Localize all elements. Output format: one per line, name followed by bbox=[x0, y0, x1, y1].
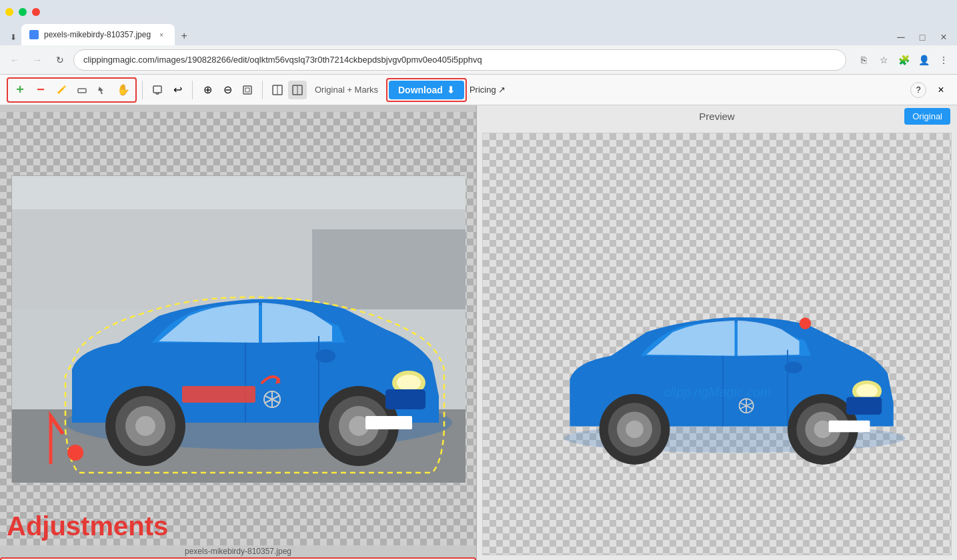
back-button[interactable]: ← bbox=[5, 51, 24, 69]
svg-point-64 bbox=[800, 317, 812, 329]
preview-canvas: clipp ngMagic.com bbox=[482, 133, 952, 555]
svg-rect-32 bbox=[365, 416, 412, 429]
download-button[interactable]: Download ⬇ bbox=[389, 81, 464, 99]
pricing-icon: ↗ bbox=[498, 85, 506, 95]
history-group: ↩ bbox=[148, 81, 187, 99]
dropdown-button[interactable] bbox=[148, 81, 167, 99]
main-area: Tools Download bbox=[0, 105, 957, 560]
arrow-tool-button[interactable] bbox=[93, 81, 112, 99]
active-tab[interactable]: pexels-mikebirdy-810357.jpeg × bbox=[21, 24, 175, 45]
svg-point-17 bbox=[135, 416, 155, 436]
menu-icon[interactable]: ⋮ bbox=[936, 52, 952, 68]
svg-text:clipp ngMagic.com: clipp ngMagic.com bbox=[664, 385, 772, 399]
bottom-bar: ⚙ Brush: 20px | Background | Colors | Cr… bbox=[0, 557, 476, 560]
zoom-in-button[interactable]: ⊕ bbox=[198, 81, 217, 99]
svg-rect-31 bbox=[385, 389, 425, 409]
toolbar: + − ✋ ↩ ⊕ ⊖ bbox=[0, 75, 957, 105]
tab-title: pexels-mikebirdy-810357.jpeg bbox=[44, 30, 151, 39]
eraser-tool-button[interactable] bbox=[73, 81, 91, 99]
undo-button[interactable]: ↩ bbox=[168, 81, 187, 99]
browser-chrome: ⬇ pexels-mikebirdy-810357.jpeg × + ─ □ ×… bbox=[0, 0, 957, 75]
view-toggle-1-button[interactable] bbox=[268, 81, 287, 99]
marker-tool-button[interactable] bbox=[52, 81, 71, 99]
extensions-icon[interactable]: 🧩 bbox=[896, 52, 912, 68]
download-icon: ⬇ bbox=[447, 85, 455, 95]
toolbar-sep-1 bbox=[142, 81, 143, 99]
screen-cast-icon[interactable]: ⎘ bbox=[856, 52, 872, 68]
close-panel-button[interactable]: × bbox=[932, 81, 950, 99]
svg-point-30 bbox=[315, 349, 335, 363]
tab-favicon bbox=[29, 30, 39, 39]
close-window-button[interactable]: × bbox=[936, 29, 952, 45]
pan-tool-button[interactable]: ✋ bbox=[114, 81, 133, 99]
remove-tool-button[interactable]: − bbox=[31, 81, 50, 99]
svg-rect-11 bbox=[312, 229, 465, 309]
minimize-window-button[interactable]: ─ bbox=[893, 29, 909, 45]
toolbar-sep-2 bbox=[192, 81, 193, 99]
view-toggle-2-button[interactable] bbox=[288, 81, 307, 99]
svg-rect-1 bbox=[153, 86, 161, 93]
app-container: + − ✋ ↩ ⊕ ⊖ bbox=[0, 75, 957, 560]
svg-point-27 bbox=[397, 375, 421, 391]
preview-car-svg: clipp ngMagic.com bbox=[517, 204, 917, 484]
profile-icon[interactable]: 👤 bbox=[916, 52, 932, 68]
fit-button[interactable] bbox=[238, 81, 257, 99]
download-button-group: Download ⬇ bbox=[386, 78, 467, 102]
address-bar[interactable]: clippingmagic.com/images/190828266/edit/… bbox=[73, 49, 846, 71]
svg-point-33 bbox=[67, 445, 83, 461]
add-tool-button[interactable]: + bbox=[11, 81, 29, 99]
bookmark-icon[interactable]: ☆ bbox=[876, 52, 892, 68]
maximize-button[interactable] bbox=[19, 8, 27, 16]
tab-close-button[interactable]: × bbox=[156, 29, 167, 40]
svg-rect-61 bbox=[846, 397, 882, 414]
toolbar-right: ? × bbox=[910, 81, 950, 99]
title-bar bbox=[0, 0, 957, 24]
reload-button[interactable]: ↻ bbox=[51, 51, 69, 69]
restore-window-button[interactable]: □ bbox=[914, 29, 930, 45]
image-canvas bbox=[11, 175, 465, 482]
preview-label: Preview bbox=[699, 111, 734, 122]
file-name-label: pexels-mikebirdy-810357.jpeg bbox=[0, 545, 476, 557]
zoom-group: ⊕ ⊖ bbox=[198, 81, 257, 99]
tab-list-button[interactable]: ⬇ bbox=[5, 29, 21, 45]
original-button[interactable]: Original bbox=[904, 108, 950, 125]
canvas-area[interactable] bbox=[0, 112, 476, 545]
close-button[interactable] bbox=[32, 8, 40, 16]
nav-actions: ⎘ ☆ 🧩 👤 ⋮ bbox=[856, 52, 952, 68]
svg-rect-34 bbox=[182, 386, 255, 403]
pricing-link[interactable]: Pricing ↗ bbox=[469, 85, 506, 95]
svg-rect-62 bbox=[829, 421, 870, 433]
view-toggle-group bbox=[268, 81, 307, 99]
minimize-button[interactable] bbox=[5, 8, 13, 16]
help-button[interactable]: ? bbox=[910, 82, 926, 98]
canvas-label-left bbox=[0, 105, 476, 112]
zoom-out-button[interactable]: ⊖ bbox=[218, 81, 237, 99]
new-tab-button[interactable]: + bbox=[175, 27, 193, 45]
svg-point-57 bbox=[856, 384, 878, 398]
svg-rect-3 bbox=[245, 88, 249, 92]
svg-point-47 bbox=[626, 421, 643, 438]
tab-bar: ⬇ pexels-mikebirdy-810357.jpeg × + ─ □ × bbox=[0, 24, 957, 45]
view-label: Original + Marks bbox=[315, 85, 378, 95]
forward-button[interactable]: → bbox=[28, 51, 47, 69]
tools-group: + − ✋ bbox=[7, 77, 137, 103]
left-panel: Tools Download bbox=[0, 105, 477, 560]
svg-rect-2 bbox=[243, 86, 251, 94]
toolbar-sep-3 bbox=[262, 81, 263, 99]
right-panel: Preview Original bbox=[477, 105, 957, 560]
url-text: clippingmagic.com/images/190828266/edit/… bbox=[83, 55, 482, 65]
preview-header: Preview Original bbox=[477, 105, 957, 127]
window-controls bbox=[5, 8, 40, 16]
nav-bar: ← → ↻ clippingmagic.com/images/190828266… bbox=[0, 45, 957, 75]
car-image-svg bbox=[12, 176, 465, 483]
svg-point-60 bbox=[784, 361, 802, 373]
svg-rect-0 bbox=[78, 89, 86, 93]
